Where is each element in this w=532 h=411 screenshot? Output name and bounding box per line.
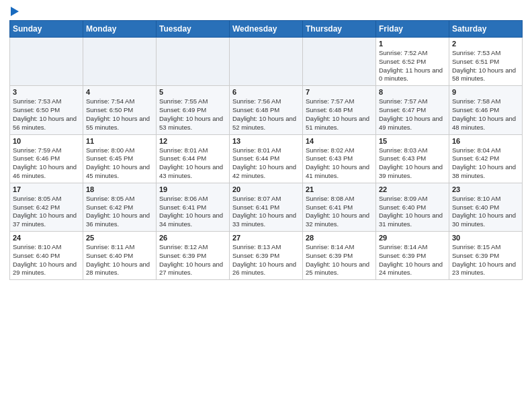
week-row-4: 17Sunrise: 8:05 AM Sunset: 6:42 PM Dayli… [10,183,523,231]
day-cell: 9Sunrise: 7:58 AM Sunset: 6:46 PM Daylig… [449,86,523,134]
day-number: 2 [452,40,519,48]
day-number: 25 [86,234,153,242]
day-info: Sunrise: 7:55 AM Sunset: 6:49 PM Dayligh… [159,97,226,132]
day-info: Sunrise: 7:57 AM Sunset: 6:48 PM Dayligh… [306,97,373,132]
header-row: SundayMondayTuesdayWednesdayThursdayFrid… [10,21,523,38]
day-info: Sunrise: 8:15 AM Sunset: 6:39 PM Dayligh… [452,243,519,277]
day-cell: 10Sunrise: 7:59 AM Sunset: 6:46 PM Dayli… [10,134,83,183]
day-cell: 25Sunrise: 8:11 AM Sunset: 6:40 PM Dayli… [83,232,157,280]
day-info: Sunrise: 7:59 AM Sunset: 6:46 PM Dayligh… [13,146,80,181]
day-number: 8 [379,88,446,96]
column-header-sunday: Sunday [10,21,83,38]
day-number: 20 [232,185,300,193]
day-cell: 6Sunrise: 7:56 AM Sunset: 6:48 PM Daylig… [230,86,303,134]
week-row-5: 24Sunrise: 8:10 AM Sunset: 6:40 PM Dayli… [10,232,523,280]
day-info: Sunrise: 8:05 AM Sunset: 6:42 PM Dayligh… [13,195,80,229]
day-info: Sunrise: 8:05 AM Sunset: 6:42 PM Dayligh… [86,195,153,229]
day-info: Sunrise: 8:06 AM Sunset: 6:41 PM Dayligh… [159,195,226,229]
day-info: Sunrise: 8:13 AM Sunset: 6:39 PM Dayligh… [232,243,300,277]
column-header-thursday: Thursday [303,21,376,38]
week-row-2: 3Sunrise: 7:53 AM Sunset: 6:50 PM Daylig… [10,86,523,134]
day-cell: 2Sunrise: 7:53 AM Sunset: 6:51 PM Daylig… [449,38,523,86]
day-cell [10,38,83,86]
day-info: Sunrise: 7:53 AM Sunset: 6:51 PM Dayligh… [452,49,519,83]
day-cell: 23Sunrise: 8:10 AM Sunset: 6:40 PM Dayli… [449,183,523,231]
day-cell: 24Sunrise: 8:10 AM Sunset: 6:40 PM Dayli… [10,232,83,280]
day-number: 16 [452,137,519,145]
day-info: Sunrise: 8:00 AM Sunset: 6:45 PM Dayligh… [86,146,153,181]
logo [9,7,19,16]
day-number: 5 [159,88,226,96]
day-cell: 12Sunrise: 8:01 AM Sunset: 6:44 PM Dayli… [157,134,230,183]
week-row-1: 1Sunrise: 7:52 AM Sunset: 6:52 PM Daylig… [10,38,523,86]
day-cell: 7Sunrise: 7:57 AM Sunset: 6:48 PM Daylig… [303,86,376,134]
day-number: 23 [452,185,519,193]
day-number: 10 [13,137,80,145]
day-number: 22 [379,185,446,193]
week-row-3: 10Sunrise: 7:59 AM Sunset: 6:46 PM Dayli… [10,134,523,183]
day-cell: 30Sunrise: 8:15 AM Sunset: 6:39 PM Dayli… [449,232,523,280]
day-info: Sunrise: 7:57 AM Sunset: 6:47 PM Dayligh… [379,97,446,132]
day-number: 18 [86,185,153,193]
column-header-wednesday: Wednesday [230,21,303,38]
day-cell: 11Sunrise: 8:00 AM Sunset: 6:45 PM Dayli… [83,134,157,183]
day-number: 4 [86,88,153,96]
day-number: 27 [232,234,300,242]
day-number: 17 [13,185,80,193]
day-cell: 19Sunrise: 8:06 AM Sunset: 6:41 PM Dayli… [157,183,230,231]
day-cell: 20Sunrise: 8:07 AM Sunset: 6:41 PM Dayli… [230,183,303,231]
day-cell [303,38,376,86]
logo-triangle-icon [11,7,19,16]
day-number: 26 [159,234,226,242]
day-cell [230,38,303,86]
day-info: Sunrise: 7:58 AM Sunset: 6:46 PM Dayligh… [452,97,519,132]
day-number: 12 [159,137,226,145]
day-info: Sunrise: 8:04 AM Sunset: 6:42 PM Dayligh… [452,146,519,181]
day-cell: 4Sunrise: 7:54 AM Sunset: 6:50 PM Daylig… [83,86,157,134]
day-number: 6 [232,88,300,96]
calendar-table: SundayMondayTuesdayWednesdayThursdayFrid… [9,20,523,280]
day-cell: 15Sunrise: 8:03 AM Sunset: 6:43 PM Dayli… [376,134,449,183]
day-number: 7 [306,88,373,96]
calendar-body: 1Sunrise: 7:52 AM Sunset: 6:52 PM Daylig… [10,38,523,280]
day-cell: 16Sunrise: 8:04 AM Sunset: 6:42 PM Dayli… [449,134,523,183]
page: SundayMondayTuesdayWednesdayThursdayFrid… [0,0,532,411]
day-info: Sunrise: 7:53 AM Sunset: 6:50 PM Dayligh… [13,97,80,132]
day-info: Sunrise: 8:10 AM Sunset: 6:40 PM Dayligh… [13,243,80,277]
day-cell: 17Sunrise: 8:05 AM Sunset: 6:42 PM Dayli… [10,183,83,231]
day-cell: 22Sunrise: 8:09 AM Sunset: 6:40 PM Dayli… [376,183,449,231]
day-info: Sunrise: 8:11 AM Sunset: 6:40 PM Dayligh… [86,243,153,277]
calendar-header: SundayMondayTuesdayWednesdayThursdayFrid… [10,21,523,38]
day-info: Sunrise: 8:12 AM Sunset: 6:39 PM Dayligh… [159,243,226,277]
day-cell: 29Sunrise: 8:14 AM Sunset: 6:39 PM Dayli… [376,232,449,280]
column-header-friday: Friday [376,21,449,38]
day-number: 21 [306,185,373,193]
day-cell: 26Sunrise: 8:12 AM Sunset: 6:39 PM Dayli… [157,232,230,280]
day-info: Sunrise: 8:02 AM Sunset: 6:43 PM Dayligh… [306,146,373,181]
column-header-saturday: Saturday [449,21,523,38]
day-info: Sunrise: 8:14 AM Sunset: 6:39 PM Dayligh… [306,243,373,277]
column-header-tuesday: Tuesday [157,21,230,38]
day-number: 30 [452,234,519,242]
day-cell: 1Sunrise: 7:52 AM Sunset: 6:52 PM Daylig… [376,38,449,86]
day-number: 1 [379,40,446,48]
day-cell [157,38,230,86]
day-info: Sunrise: 8:03 AM Sunset: 6:43 PM Dayligh… [379,146,446,181]
day-cell: 28Sunrise: 8:14 AM Sunset: 6:39 PM Dayli… [303,232,376,280]
column-header-monday: Monday [83,21,157,38]
day-number: 9 [452,88,519,96]
day-cell: 13Sunrise: 8:01 AM Sunset: 6:44 PM Dayli… [230,134,303,183]
day-info: Sunrise: 8:01 AM Sunset: 6:44 PM Dayligh… [159,146,226,181]
day-number: 11 [86,137,153,145]
day-number: 14 [306,137,373,145]
day-info: Sunrise: 8:10 AM Sunset: 6:40 PM Dayligh… [452,195,519,229]
day-number: 24 [13,234,80,242]
day-number: 28 [306,234,373,242]
day-info: Sunrise: 7:56 AM Sunset: 6:48 PM Dayligh… [232,97,300,132]
day-cell: 5Sunrise: 7:55 AM Sunset: 6:49 PM Daylig… [157,86,230,134]
day-cell: 8Sunrise: 7:57 AM Sunset: 6:47 PM Daylig… [376,86,449,134]
day-info: Sunrise: 7:52 AM Sunset: 6:52 PM Dayligh… [379,49,446,83]
day-number: 3 [13,88,80,96]
day-cell [83,38,157,86]
day-number: 29 [379,234,446,242]
